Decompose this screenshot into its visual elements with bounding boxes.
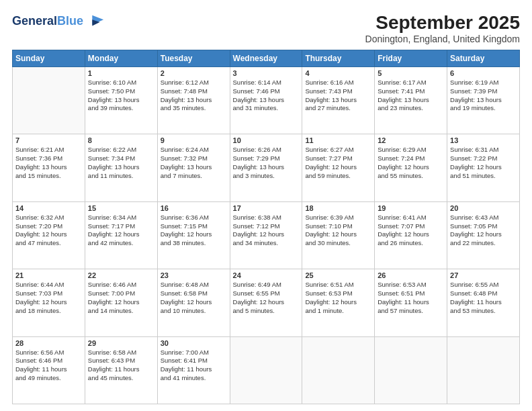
cell-line: Sunset: 6:53 PM <box>305 289 371 298</box>
day-number: 29 <box>88 339 154 347</box>
logo: GeneralBlue <box>12 12 105 31</box>
calendar-cell: 15Sunrise: 6:34 AMSunset: 7:17 PMDayligh… <box>85 201 157 269</box>
cell-line: Sunrise: 6:26 AM <box>233 146 300 154</box>
cell-line: Sunset: 6:48 PM <box>450 289 517 298</box>
cell-line: Sunset: 7:29 PM <box>233 154 300 163</box>
cell-line: Sunset: 7:22 PM <box>450 154 517 163</box>
subtitle: Donington, England, United Kingdom <box>365 34 520 44</box>
cell-line: and 19 minutes. <box>450 104 517 113</box>
cell-line: and 42 minutes. <box>88 239 154 248</box>
day-number: 25 <box>305 271 371 279</box>
cell-line: and 38 minutes. <box>161 239 227 248</box>
cell-line: Sunset: 7:10 PM <box>305 222 371 231</box>
week-row-0: 1Sunrise: 6:10 AMSunset: 7:50 PMDaylight… <box>13 67 520 134</box>
calendar-cell: 28Sunrise: 6:56 AMSunset: 6:46 PMDayligh… <box>13 336 85 404</box>
day-number: 7 <box>15 136 82 144</box>
cell-line: Sunset: 7:39 PM <box>450 87 517 96</box>
day-number: 19 <box>378 204 444 212</box>
page: GeneralBlue September 2025 Donington, En… <box>0 0 532 411</box>
cell-line: and 55 minutes. <box>378 172 444 181</box>
cell-line: and 22 minutes. <box>450 239 517 248</box>
cell-line: and 10 minutes. <box>161 307 227 316</box>
day-number: 6 <box>450 69 517 77</box>
cell-line: Sunrise: 6:10 AM <box>88 79 154 87</box>
cell-line: and 59 minutes. <box>305 172 371 181</box>
day-number: 17 <box>233 204 300 212</box>
cell-line: Sunset: 7:41 PM <box>378 87 444 96</box>
cell-line: Sunrise: 6:34 AM <box>88 214 154 222</box>
cell-line: Daylight: 13 hours <box>161 163 227 172</box>
cell-line: Daylight: 12 hours <box>88 298 154 307</box>
day-number: 3 <box>233 69 300 77</box>
cell-line: Sunset: 6:41 PM <box>161 357 227 365</box>
week-row-1: 7Sunrise: 6:21 AMSunset: 7:36 PMDaylight… <box>13 134 520 201</box>
cell-line: Sunrise: 6:55 AM <box>450 281 517 289</box>
day-number: 15 <box>88 204 154 212</box>
calendar-cell: 1Sunrise: 6:10 AMSunset: 7:50 PMDaylight… <box>85 67 157 134</box>
cell-line: and 53 minutes. <box>450 307 517 316</box>
calendar-cell: 16Sunrise: 6:36 AMSunset: 7:15 PMDayligh… <box>157 201 230 269</box>
day-number: 1 <box>88 69 154 77</box>
cell-line: Sunrise: 6:27 AM <box>305 146 371 154</box>
cell-line: Daylight: 13 hours <box>15 163 82 172</box>
cell-line: Daylight: 12 hours <box>378 163 444 172</box>
day-number: 24 <box>233 271 300 279</box>
day-number: 30 <box>161 339 227 347</box>
cell-line: Sunrise: 6:53 AM <box>378 281 444 289</box>
day-number: 10 <box>233 136 300 144</box>
cell-line: Sunrise: 6:31 AM <box>450 146 517 154</box>
cell-line: Daylight: 13 hours <box>450 96 517 105</box>
day-number: 13 <box>450 136 517 144</box>
cell-line: Sunrise: 6:48 AM <box>161 281 227 289</box>
day-header-wednesday: Wednesday <box>230 50 302 67</box>
cell-line: Sunset: 7:32 PM <box>161 154 227 163</box>
calendar-cell: 3Sunrise: 6:14 AMSunset: 7:46 PMDaylight… <box>230 67 302 134</box>
cell-line: Sunset: 7:46 PM <box>233 87 300 96</box>
calendar-cell: 24Sunrise: 6:49 AMSunset: 6:55 PMDayligh… <box>230 269 302 336</box>
cell-line: Sunset: 6:46 PM <box>15 357 82 365</box>
day-number: 16 <box>161 204 227 212</box>
day-number: 26 <box>378 271 444 279</box>
cell-line: Sunset: 7:48 PM <box>161 87 227 96</box>
header: GeneralBlue September 2025 Donington, En… <box>12 12 520 44</box>
day-number: 21 <box>15 271 82 279</box>
calendar-cell <box>375 336 447 404</box>
calendar-cell: 12Sunrise: 6:29 AMSunset: 7:24 PMDayligh… <box>375 134 447 201</box>
day-number: 9 <box>161 136 227 144</box>
cell-line: Daylight: 12 hours <box>15 298 82 307</box>
day-header-sunday: Sunday <box>13 50 85 67</box>
cell-line: and 23 minutes. <box>378 104 444 113</box>
cell-line: Sunrise: 6:14 AM <box>233 79 300 87</box>
calendar-cell: 23Sunrise: 6:48 AMSunset: 6:58 PMDayligh… <box>157 269 230 336</box>
calendar-table: SundayMondayTuesdayWednesdayThursdayFrid… <box>12 50 520 404</box>
calendar-cell <box>447 336 520 404</box>
logo-icon <box>86 12 105 31</box>
cell-line: Daylight: 12 hours <box>305 163 371 172</box>
calendar-cell: 18Sunrise: 6:39 AMSunset: 7:10 PMDayligh… <box>302 201 375 269</box>
cell-line: Sunrise: 6:51 AM <box>305 281 371 289</box>
day-number: 12 <box>378 136 444 144</box>
day-number: 5 <box>378 69 444 77</box>
day-number: 18 <box>305 204 371 212</box>
cell-line: Daylight: 13 hours <box>305 96 371 105</box>
calendar-cell: 22Sunrise: 6:46 AMSunset: 7:00 PMDayligh… <box>85 269 157 336</box>
cell-line: Daylight: 13 hours <box>88 96 154 105</box>
calendar-cell: 30Sunrise: 7:00 AMSunset: 6:41 PMDayligh… <box>157 336 230 404</box>
cell-line: Sunrise: 6:58 AM <box>88 349 154 357</box>
calendar-cell: 14Sunrise: 6:32 AMSunset: 7:20 PMDayligh… <box>13 201 85 269</box>
calendar-cell: 8Sunrise: 6:22 AMSunset: 7:34 PMDaylight… <box>85 134 157 201</box>
cell-line: Sunrise: 6:24 AM <box>161 146 227 154</box>
cell-line: Sunrise: 6:41 AM <box>378 214 444 222</box>
cell-line: Sunrise: 6:21 AM <box>15 146 82 154</box>
cell-line: and 3 minutes. <box>233 172 300 181</box>
calendar-cell: 4Sunrise: 6:16 AMSunset: 7:43 PMDaylight… <box>302 67 375 134</box>
cell-line: Sunrise: 6:44 AM <box>15 281 82 289</box>
cell-line: Daylight: 12 hours <box>161 230 227 239</box>
cell-line: Daylight: 12 hours <box>161 298 227 307</box>
cell-line: and 1 minute. <box>305 307 371 316</box>
cell-line: Sunrise: 6:43 AM <box>450 214 517 222</box>
day-header-thursday: Thursday <box>302 50 375 67</box>
day-number: 2 <box>161 69 227 77</box>
cell-line: Daylight: 11 hours <box>88 365 154 374</box>
cell-line: Sunrise: 6:38 AM <box>233 214 300 222</box>
